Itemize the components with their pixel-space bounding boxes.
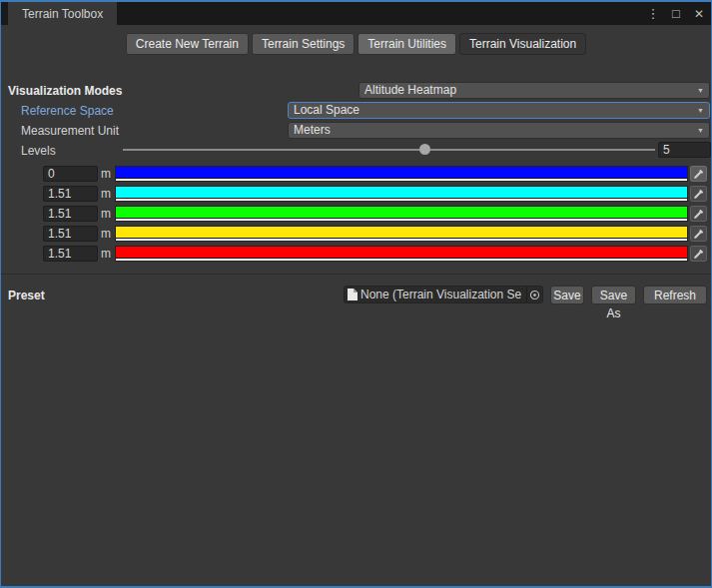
reference-space-label: Reference Space — [21, 103, 114, 119]
alpha-bar — [116, 178, 687, 181]
eyedropper-button[interactable] — [690, 166, 707, 182]
unit-label: m — [101, 226, 111, 242]
heatmap-level-row: 1.51 m — [1, 226, 711, 242]
color-area — [116, 207, 687, 218]
unit-label: m — [101, 186, 111, 202]
level-value-field[interactable]: 1.51 — [43, 226, 98, 242]
visualization-mode-dropdown[interactable]: Altitude Heatmap ▼ — [358, 82, 710, 99]
color-area — [116, 187, 687, 198]
eyedropper-button[interactable] — [690, 226, 707, 242]
asset-file-icon — [348, 289, 357, 300]
tab-create-new-terrain[interactable]: Create New Terrain — [126, 33, 249, 55]
chevron-down-icon: ▼ — [697, 107, 704, 114]
reference-space-value: Local Space — [294, 103, 693, 118]
alpha-bar — [116, 258, 687, 261]
eyedropper-icon — [693, 169, 704, 180]
chevron-down-icon: ▼ — [697, 87, 704, 94]
eyedropper-button[interactable] — [690, 186, 707, 202]
alpha-bar — [116, 198, 687, 201]
section-divider — [1, 274, 711, 275]
chevron-down-icon: ▼ — [697, 127, 704, 134]
heatmap-level-row: 0 m — [1, 166, 711, 182]
preset-object-value: None (Terrain Visualization Se — [360, 287, 526, 302]
color-swatch[interactable] — [115, 186, 688, 202]
measurement-unit-label: Measurement Unit — [21, 123, 119, 139]
tab-terrain-visualization[interactable]: Terrain Visualization — [459, 33, 586, 55]
slider-handle[interactable] — [419, 144, 430, 155]
eyedropper-icon — [693, 249, 704, 260]
preset-object-field[interactable]: None (Terrain Visualization Se — [344, 286, 543, 303]
measurement-unit-dropdown[interactable]: Meters ▼ — [288, 122, 710, 139]
object-picker-icon[interactable] — [526, 287, 542, 302]
eyedropper-button[interactable] — [690, 206, 707, 222]
levels-slider[interactable] — [123, 142, 655, 158]
unit-label: m — [101, 206, 111, 222]
heatmap-level-row: 1.51 m — [1, 206, 711, 222]
reference-space-dropdown[interactable]: Local Space ▼ — [288, 102, 710, 119]
eyedropper-icon — [693, 209, 704, 220]
tab-terrain-settings[interactable]: Terrain Settings — [252, 33, 355, 55]
heatmap-level-row: 1.51 m — [1, 186, 711, 202]
refresh-button[interactable]: Refresh — [643, 286, 707, 304]
color-swatch[interactable] — [115, 166, 688, 182]
window-tab-terrain-toolbox[interactable]: Terrain Toolbox — [8, 2, 117, 25]
window-menu-icon[interactable]: ⋮ — [645, 6, 661, 21]
tab-terrain-utilities[interactable]: Terrain Utilities — [357, 33, 456, 55]
color-swatch[interactable] — [115, 226, 688, 242]
save-button[interactable]: Save — [550, 286, 584, 304]
unit-label: m — [101, 166, 111, 182]
slider-track — [123, 149, 655, 151]
color-area — [116, 167, 687, 178]
level-value-field[interactable]: 1.51 — [43, 206, 98, 222]
alpha-bar — [116, 238, 687, 241]
preset-header: Preset — [8, 288, 45, 303]
color-swatch[interactable] — [115, 206, 688, 222]
level-value-field[interactable]: 0 — [43, 166, 98, 182]
levels-value-field[interactable]: 5 — [658, 142, 711, 158]
terrain-toolbox-window: Terrain Toolbox ⋮ □ ✕ Create New Terrain… — [0, 0, 712, 588]
visualization-mode-value: Altitude Heatmap — [364, 83, 693, 98]
close-icon[interactable]: ✕ — [691, 7, 707, 21]
level-value-field[interactable]: 1.51 — [43, 246, 98, 262]
alpha-bar — [116, 218, 687, 221]
heatmap-level-row: 1.51 m — [1, 246, 711, 262]
eyedropper-button[interactable] — [690, 246, 707, 262]
eyedropper-icon — [693, 229, 704, 240]
unit-label: m — [101, 246, 111, 262]
color-area — [116, 227, 687, 238]
measurement-unit-value: Meters — [294, 123, 693, 138]
eyedropper-icon — [693, 189, 704, 200]
titlebar: Terrain Toolbox ⋮ □ ✕ — [1, 2, 711, 25]
levels-label: Levels — [21, 143, 56, 159]
visualization-modes-header: Visualization Modes — [8, 83, 122, 99]
toolbar-tabs: Create New Terrain Terrain Settings Terr… — [1, 33, 711, 55]
window-tab-title: Terrain Toolbox — [22, 7, 103, 21]
color-area — [116, 247, 687, 258]
save-as-button[interactable]: Save As — [591, 286, 636, 304]
color-swatch[interactable] — [115, 246, 688, 262]
window-controls: ⋮ □ ✕ — [645, 2, 707, 25]
maximize-icon[interactable]: □ — [668, 6, 684, 21]
level-value-field[interactable]: 1.51 — [43, 186, 98, 202]
